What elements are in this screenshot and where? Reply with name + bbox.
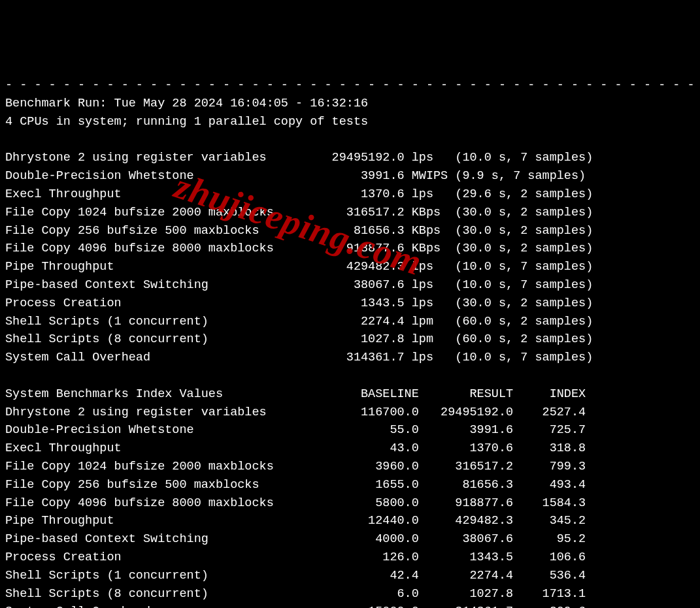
- terminal-output: - - - - - - - - - - - - - - - - - - - - …: [5, 76, 695, 608]
